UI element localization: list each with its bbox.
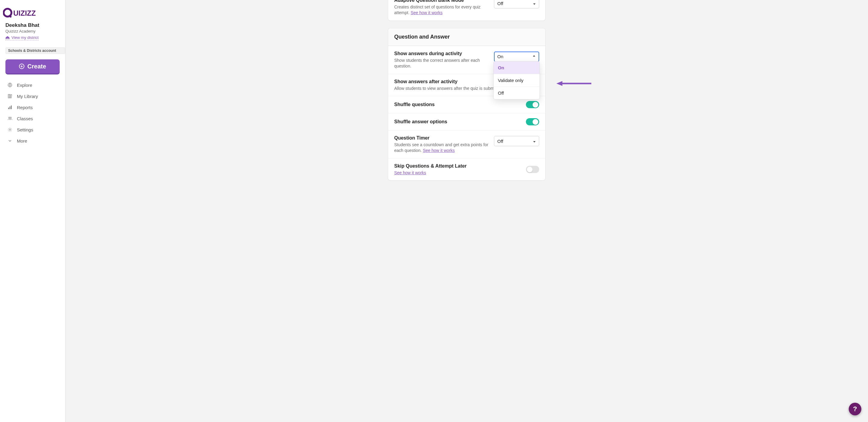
user-name: Deeksha Bhat bbox=[5, 22, 60, 28]
sidebar-item-label: Explore bbox=[17, 83, 32, 88]
dropdown-option-off[interactable]: Off bbox=[494, 87, 539, 99]
row-adaptive: Adaptive Question Bank Mode Creates dist… bbox=[388, 0, 545, 21]
row-left: Shuffle questions bbox=[394, 102, 522, 107]
sidebar-item-library[interactable]: My Library bbox=[0, 91, 65, 102]
gear-icon bbox=[7, 127, 13, 132]
shuffle-questions-toggle[interactable] bbox=[526, 101, 539, 108]
sidebar-item-explore[interactable]: Explore bbox=[0, 80, 65, 91]
sidebar-item-label: Settings bbox=[17, 127, 33, 132]
row-title: Question Timer bbox=[394, 135, 490, 141]
help-button[interactable]: ? bbox=[849, 403, 861, 415]
caret-up-icon bbox=[532, 54, 535, 59]
see-how-link[interactable]: See how it works bbox=[394, 170, 426, 175]
select-value: Off bbox=[497, 139, 503, 144]
row-title: Shuffle answer options bbox=[394, 119, 522, 124]
row-skip: Skip Questions & Attempt Later See how i… bbox=[388, 158, 545, 180]
adaptive-select[interactable]: Off bbox=[494, 0, 539, 8]
settings-panel: improve accuracy. Adaptive Question Bank… bbox=[388, 0, 546, 422]
row-desc: Creates distinct set of questions for ev… bbox=[394, 4, 490, 16]
app-root: UIZIZZ Deeksha Bhat Quizizz Academy View… bbox=[0, 0, 868, 422]
row-left: Question Timer Students see a countdown … bbox=[394, 135, 490, 153]
sidebar-item-reports[interactable]: Reports bbox=[0, 102, 65, 113]
show-during-dropdown: On Validate only Off bbox=[493, 61, 540, 99]
top-card: improve accuracy. Adaptive Question Bank… bbox=[388, 0, 546, 21]
view-district-label: View my district bbox=[11, 35, 38, 40]
show-during-select[interactable]: On bbox=[494, 52, 539, 62]
row-question-timer: Question Timer Students see a countdown … bbox=[388, 130, 545, 158]
user-block: Deeksha Bhat Quizizz Academy View my dis… bbox=[0, 22, 65, 44]
globe-icon bbox=[7, 83, 13, 87]
card-header: Question and Answer bbox=[388, 28, 545, 46]
pointer-arrow bbox=[556, 80, 592, 87]
sidebar-item-label: My Library bbox=[17, 94, 38, 99]
svg-rect-8 bbox=[10, 107, 10, 109]
sidebar-item-classes[interactable]: Classes bbox=[0, 113, 65, 124]
row-title: Shuffle questions bbox=[394, 102, 522, 107]
row-title: Skip Questions & Attempt Later bbox=[394, 163, 522, 169]
row-title: Show answers during activity bbox=[394, 51, 490, 56]
svg-rect-4 bbox=[8, 94, 9, 98]
svg-point-11 bbox=[10, 117, 11, 118]
account-type-badge: Schools & Districts account bbox=[5, 47, 65, 54]
row-desc: Show students the correct answers after … bbox=[394, 58, 490, 69]
svg-text:UIZIZZ: UIZIZZ bbox=[13, 9, 36, 17]
row-shuffle-answers: Shuffle answer options bbox=[388, 113, 545, 130]
svg-rect-5 bbox=[9, 94, 10, 98]
row-left: Skip Questions & Attempt Later See how i… bbox=[394, 163, 522, 175]
bars-icon bbox=[7, 105, 13, 110]
svg-rect-6 bbox=[10, 94, 12, 98]
row-show-during: Show answers during activity Show studen… bbox=[388, 46, 545, 74]
row-desc: Students see a countdown and get extra p… bbox=[394, 142, 490, 153]
qa-card: Question and Answer Show answers during … bbox=[388, 28, 546, 181]
sidebar-item-label: Reports bbox=[17, 105, 33, 110]
dropdown-option-on[interactable]: On bbox=[494, 61, 539, 74]
row-title: Adaptive Question Bank Mode bbox=[394, 0, 490, 3]
svg-rect-9 bbox=[11, 106, 12, 109]
sidebar-item-settings[interactable]: Settings bbox=[0, 124, 65, 135]
see-how-link[interactable]: See how it works bbox=[410, 10, 442, 15]
svg-rect-7 bbox=[8, 108, 9, 109]
caret-down-icon bbox=[533, 139, 536, 144]
main-content: improve accuracy. Adaptive Question Bank… bbox=[65, 0, 868, 422]
svg-point-10 bbox=[8, 117, 10, 118]
select-value: Off bbox=[497, 1, 503, 6]
dropdown-option-validate[interactable]: Validate only bbox=[494, 74, 539, 87]
books-icon bbox=[7, 94, 13, 98]
toggle-knob bbox=[532, 102, 538, 108]
help-icon: ? bbox=[853, 405, 857, 413]
sidebar-item-label: Classes bbox=[17, 116, 33, 121]
sidebar: UIZIZZ Deeksha Bhat Quizizz Academy View… bbox=[0, 0, 65, 422]
row-left: Shuffle answer options bbox=[394, 119, 522, 124]
school-icon bbox=[5, 36, 10, 39]
sidebar-item-more[interactable]: More bbox=[0, 135, 65, 147]
sidebar-nav: Explore My Library Reports Classes bbox=[0, 80, 65, 147]
select-value: On bbox=[497, 54, 503, 59]
question-timer-select[interactable]: Off bbox=[494, 136, 539, 146]
chevron-down-icon bbox=[7, 139, 13, 143]
create-button-label: Create bbox=[27, 63, 46, 70]
user-academy: Quizizz Academy bbox=[5, 29, 60, 33]
svg-point-12 bbox=[9, 129, 10, 130]
svg-point-1 bbox=[10, 16, 11, 18]
toggle-knob bbox=[527, 167, 532, 173]
plus-icon: + bbox=[19, 64, 24, 69]
svg-marker-14 bbox=[556, 81, 562, 86]
brand-logo: UIZIZZ bbox=[0, 5, 65, 22]
see-how-link[interactable]: See how it works bbox=[423, 148, 455, 153]
row-left: Show answers during activity Show studen… bbox=[394, 51, 490, 69]
svg-point-0 bbox=[4, 9, 11, 17]
sidebar-item-label: More bbox=[17, 138, 27, 144]
shuffle-answers-toggle[interactable] bbox=[526, 118, 539, 125]
row-left: Adaptive Question Bank Mode Creates dist… bbox=[394, 0, 490, 16]
caret-down-icon bbox=[533, 1, 536, 6]
skip-toggle[interactable] bbox=[526, 166, 539, 173]
toggle-knob bbox=[532, 119, 538, 125]
users-icon bbox=[7, 116, 13, 121]
create-button[interactable]: + Create bbox=[5, 59, 60, 73]
view-district-link[interactable]: View my district bbox=[5, 35, 38, 40]
